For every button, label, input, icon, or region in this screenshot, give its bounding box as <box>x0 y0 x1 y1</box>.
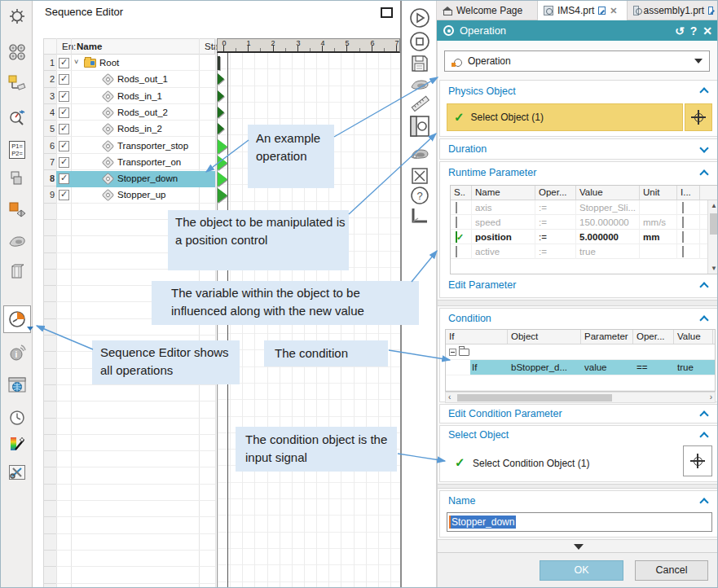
condition-header[interactable]: Condition <box>448 313 491 324</box>
runtime-row-active[interactable]: active := true <box>451 244 718 259</box>
enable-checkbox[interactable] <box>59 74 69 85</box>
expand-chevron-icon[interactable]: ˅ <box>74 58 78 66</box>
tab-close-icon[interactable]: ✕ <box>610 6 617 16</box>
package-icon[interactable] <box>7 261 28 283</box>
web-browser-icon[interactable] <box>7 375 28 396</box>
collapse-chevron-icon[interactable] <box>701 282 707 288</box>
ruler-icon[interactable] <box>409 94 430 115</box>
snapshot-icon[interactable] <box>409 116 430 137</box>
sequence-row[interactable]: 3 Rods_in_1 <box>43 89 215 105</box>
delete-icon[interactable] <box>409 165 430 186</box>
condition-table: If Object Parameter Oper... Value If bSt… <box>445 329 716 392</box>
collapse-chevron-icon[interactable] <box>701 498 707 504</box>
select-checkbox[interactable] <box>456 231 457 243</box>
collapse-chevron-icon[interactable] <box>701 87 707 94</box>
input-checkbox[interactable] <box>682 231 684 243</box>
sequence-editor-icon[interactable] <box>3 305 31 333</box>
cancel-button[interactable]: Cancel <box>635 560 708 581</box>
runtime-row-axis[interactable]: axis := Stopper_Sli... <box>451 200 718 215</box>
clock-icon[interactable] <box>7 407 28 428</box>
settings-gear-icon[interactable] <box>7 6 28 27</box>
sequence-row[interactable]: 2 Rods_out_1 <box>43 72 215 88</box>
runtime-row-position[interactable]: position := 5.000000 mm <box>451 230 718 244</box>
condition-empty-row[interactable] <box>446 375 715 391</box>
crosshair-icon <box>690 454 705 468</box>
vertical-scrollbar[interactable]: ▲▼ <box>707 200 718 274</box>
reset-icon[interactable]: ↺ <box>675 25 685 37</box>
physics-object-header[interactable]: Physics Object <box>448 86 516 97</box>
select-object-picker-button[interactable] <box>685 103 712 131</box>
timeline-ruler[interactable]: 0 1 2 3 4 5 6 7 <box>217 38 400 53</box>
duration-header[interactable]: Duration <box>448 143 487 155</box>
enable-checkbox[interactable] <box>59 157 69 168</box>
dialog-titlebar[interactable]: Operation ↺ ? ✕ <box>437 20 718 41</box>
condition-row-selected[interactable]: If bStopper_d... value == true <box>446 360 715 375</box>
fasteners-icon[interactable] <box>7 42 28 63</box>
sequence-row-selected[interactable]: 8 Stopper_down <box>43 171 215 187</box>
horizontal-scrollbar[interactable]: ‹› <box>445 392 716 403</box>
help-icon[interactable]: ? <box>409 185 430 206</box>
runtime-row-speed[interactable]: speed := 150.000000 mm/s <box>451 215 718 230</box>
collapse-chevron-icon[interactable] <box>701 169 707 176</box>
edit-parameter-header[interactable]: Edit Parameter <box>448 279 516 291</box>
tab-assembly1[interactable]: assembly1.prt <box>628 1 718 20</box>
runtime-inspector-icon[interactable] <box>7 108 28 129</box>
play-icon[interactable] <box>409 7 430 29</box>
toolbox-icon[interactable] <box>7 462 28 483</box>
parameters-icon[interactable]: P1=P2= <box>7 139 28 160</box>
edit-condition-parameter-header[interactable]: Edit Condition Parameter <box>448 408 562 419</box>
select-checkbox[interactable] <box>456 202 457 213</box>
select-checkbox[interactable] <box>456 217 457 228</box>
runtime-parameter-header[interactable]: Runtime Parameter <box>448 167 536 178</box>
sequence-row[interactable]: 9 Stopper_up <box>43 187 215 204</box>
modified-badge-icon <box>708 7 713 15</box>
save-icon[interactable] <box>409 53 430 74</box>
enable-checkbox[interactable] <box>59 91 69 102</box>
cam-body-icon[interactable] <box>7 230 28 252</box>
maximize-icon[interactable] <box>381 7 393 18</box>
name-header[interactable]: Name <box>448 495 475 507</box>
info-icon[interactable]: i <box>7 343 28 364</box>
enable-checkbox[interactable] <box>59 124 69 134</box>
corner-measure-icon[interactable] <box>409 205 430 226</box>
tree-collapse-icon[interactable] <box>449 349 456 356</box>
collapse-chevron-icon[interactable] <box>701 432 707 438</box>
select-condition-object-label[interactable]: Select Condition Object (1) <box>473 458 589 469</box>
stop-icon[interactable] <box>409 31 430 52</box>
enable-checkbox[interactable] <box>59 108 69 118</box>
sequence-row-root[interactable]: 1 ˅ Root <box>43 55 215 72</box>
input-checkbox[interactable] <box>682 246 684 257</box>
input-checkbox[interactable] <box>682 202 684 213</box>
condition-root-row[interactable] <box>446 344 715 360</box>
tab-welcome-page[interactable]: Welcome Page <box>437 1 538 20</box>
select-condition-object-picker-button[interactable] <box>683 445 712 476</box>
expand-chevron-icon[interactable] <box>701 146 707 152</box>
sequence-row[interactable]: 5 Rods_in_2 <box>43 121 215 138</box>
input-checkbox[interactable] <box>682 217 684 228</box>
select-object-header[interactable]: Select Object <box>448 429 509 441</box>
collapse-chevron-icon[interactable] <box>701 410 707 417</box>
ok-button[interactable]: OK <box>540 560 623 581</box>
joint-icon[interactable] <box>7 72 28 94</box>
sequence-row[interactable]: 7 Transporter_on <box>43 155 215 171</box>
cam-icon[interactable] <box>409 74 430 95</box>
name-input[interactable]: Stopper_down <box>447 512 712 532</box>
color-wand-icon[interactable] <box>7 433 28 454</box>
operation-type-dropdown[interactable]: Operation <box>444 50 710 72</box>
select-checkbox[interactable] <box>456 246 457 257</box>
cam-profile-icon[interactable] <box>409 143 430 165</box>
collapse-chevron-icon[interactable] <box>701 315 707 322</box>
dialog-help-icon[interactable]: ? <box>690 25 698 37</box>
enable-checkbox[interactable] <box>59 141 69 151</box>
enable-checkbox[interactable] <box>59 58 69 68</box>
enable-checkbox[interactable] <box>59 173 69 184</box>
tab-ims4[interactable]: IMS4.prt ✕ <box>538 1 628 20</box>
sequence-row[interactable]: 6 Transporter_stop <box>43 138 215 155</box>
collision-body-icon[interactable] <box>7 199 28 220</box>
dialog-close-icon[interactable]: ✕ <box>703 25 712 37</box>
callout-condition-object: The condition object is the input signal <box>236 427 397 472</box>
enable-checkbox[interactable] <box>59 190 69 200</box>
sequence-row[interactable]: 4 Rods_out_2 <box>43 105 215 121</box>
select-object-field[interactable]: ✓ Select Object (1) <box>447 103 683 131</box>
bodies-icon[interactable] <box>7 168 28 189</box>
